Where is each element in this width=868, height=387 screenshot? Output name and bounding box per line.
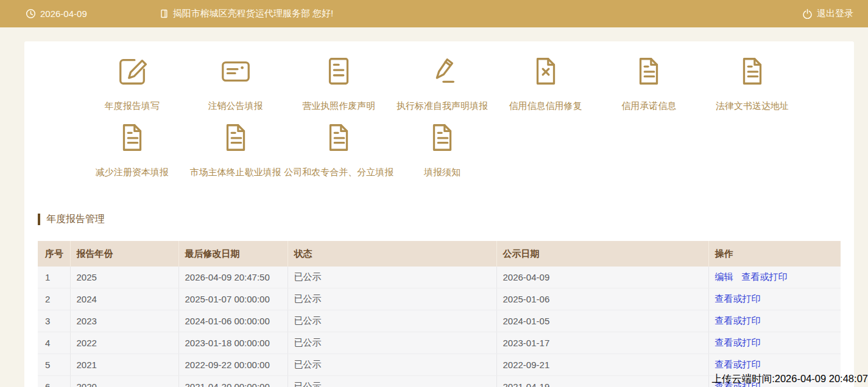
cell-seq: 2: [38, 288, 70, 310]
col-header-published: 公示日期: [496, 241, 708, 267]
organization-icon: [159, 9, 169, 19]
logout-label: 退出登录: [817, 8, 853, 19]
shortcut-license-void-declaration[interactable]: 营业执照作废声明: [287, 55, 390, 112]
cell-status: 已公示: [288, 310, 496, 332]
shortcut-credit-commitment[interactable]: 信用承诺信息: [597, 55, 700, 112]
doc-fold-lines-icon: [219, 122, 252, 153]
cell-status: 已公示: [288, 376, 496, 387]
cell-year: 2021: [70, 354, 178, 376]
upload-time-overlay: 上传云端时间:2026-04-09 20:48:07: [711, 372, 868, 386]
topbar: 2026-04-09 揭阳市榕城区亮程货运代理服务部 您好! 退出登录: [0, 0, 868, 27]
cell-published: 2021-04-19: [496, 376, 708, 387]
section-title-annual-report: 年度报告管理: [38, 213, 854, 226]
shortcut-legal-document-address[interactable]: 法律文书送达地址: [700, 55, 804, 112]
table-row: 4 2022 2023-01-18 00:00:00 已公示 2023-01-1…: [38, 332, 841, 354]
cell-published: 2023-01-17: [496, 332, 708, 354]
cell-modified: 2024-01-06 00:00:00: [178, 310, 288, 332]
power-icon: [802, 9, 813, 19]
doc-fold-lines-icon: [322, 122, 355, 153]
shortcut-business-suspension[interactable]: 市场主体终止歇业填报: [184, 122, 288, 178]
table-row: 1 2025 2026-04-09 20:47:50 已公示 2026-04-0…: [38, 267, 841, 288]
logout-button[interactable]: 退出登录: [802, 8, 853, 19]
cell-seq: 5: [38, 354, 70, 376]
cell-modified: 2022-09-22 00:00:00: [178, 354, 288, 376]
table-row: 2 2024 2025-01-07 00:00:00 已公示 2025-01-0…: [38, 288, 841, 310]
cell-operation: 查看或打印: [708, 310, 841, 332]
cell-published: 2026-04-09: [496, 267, 708, 288]
view-print-link[interactable]: 查看或打印: [715, 337, 761, 347]
page-title: 年度报告管理: [46, 213, 105, 226]
doc-fold-lines-icon: [632, 55, 665, 87]
main-card: 年度报告填写 注销公告填报 营业: [24, 41, 854, 387]
cell-year: 2023: [70, 310, 178, 332]
cell-published: 2022-09-21: [496, 354, 708, 376]
doc-fold-lines-icon: [426, 122, 459, 153]
cell-year: 2024: [70, 288, 178, 310]
shortcut-merger-division[interactable]: 公司和农专合并、分立填报: [287, 122, 390, 178]
cell-status: 已公示: [288, 354, 496, 376]
title-accent-bar: [38, 214, 40, 225]
cell-published: 2025-01-06: [496, 288, 708, 310]
shortcut-label: 市场主体终止歇业填报: [190, 166, 281, 178]
shortcut-credit-repair[interactable]: 信用信息信用修复: [494, 55, 598, 112]
cell-operation: 查看或打印: [708, 332, 841, 354]
shortcut-row-1: 年度报告填写 注销公告填报 营业: [24, 41, 854, 112]
doc-x-icon: [529, 55, 562, 87]
view-print-link[interactable]: 查看或打印: [715, 293, 761, 304]
greeting-text: 揭阳市榕城区亮程货运代理服务部 您好!: [173, 8, 333, 19]
cell-operation: 编辑查看或打印: [708, 267, 841, 288]
shortcut-annual-report-fill[interactable]: 年度报告填写: [80, 55, 184, 112]
table-header-row: 序号 报告年份 最后修改日期 状态 公示日期 操作: [38, 241, 841, 267]
col-header-status: 状态: [288, 241, 496, 267]
shortcut-filing-instructions[interactable]: 填报须知: [390, 122, 494, 178]
cell-year: 2020: [70, 376, 178, 387]
shortcut-label: 年度报告填写: [105, 100, 160, 112]
cell-status: 已公示: [288, 332, 496, 354]
col-header-operation: 操作: [708, 241, 841, 267]
shortcut-label: 信用承诺信息: [621, 100, 676, 112]
cell-year: 2022: [70, 332, 178, 354]
cell-seq: 3: [38, 310, 70, 332]
cell-seq: 6: [38, 376, 70, 387]
pencil-line-icon: [426, 55, 459, 87]
cell-published: 2024-01-05: [496, 310, 708, 332]
cell-modified: 2023-01-18 00:00:00: [178, 332, 288, 354]
shortcut-label: 营业执照作废声明: [302, 100, 375, 112]
view-print-link[interactable]: 查看或打印: [715, 359, 761, 369]
shortcut-label: 法律文书送达地址: [716, 100, 789, 112]
col-header-seq: 序号: [38, 241, 70, 267]
doc-fold-lines-icon: [116, 122, 149, 153]
shortcut-label: 执行标准自我声明填报: [397, 100, 488, 112]
annual-report-table: 序号 报告年份 最后修改日期 状态 公示日期 操作 1 2025 2026-04…: [38, 241, 841, 387]
cell-seq: 4: [38, 332, 70, 354]
view-print-link[interactable]: 查看或打印: [742, 271, 788, 282]
topbar-date: 2026-04-09: [26, 9, 87, 19]
card-lines-icon: [219, 55, 252, 87]
cell-modified: 2025-01-07 00:00:00: [178, 288, 288, 310]
cell-status: 已公示: [288, 288, 496, 310]
cell-year: 2025: [70, 267, 178, 288]
cell-modified: 2026-04-09 20:47:50: [178, 267, 288, 288]
shortcut-label: 信用信息信用修复: [509, 100, 582, 112]
cell-seq: 1: [38, 267, 70, 288]
col-header-modified: 最后修改日期: [178, 241, 288, 267]
shortcut-cancellation-notice[interactable]: 注销公告填报: [184, 55, 288, 112]
shortcut-standard-self-declaration[interactable]: 执行标准自我声明填报: [390, 55, 494, 112]
shortcut-capital-reduction[interactable]: 减少注册资本填报: [80, 122, 184, 178]
edit-square-icon: [116, 55, 149, 87]
current-date: 2026-04-09: [40, 9, 87, 19]
view-print-link[interactable]: 查看或打印: [715, 315, 761, 326]
shortcut-label: 公司和农专合并、分立填报: [284, 166, 393, 178]
doc-lines-icon: [322, 55, 355, 87]
cell-modified: 2021-04-20 00:00:00: [178, 376, 288, 387]
edit-link[interactable]: 编辑: [715, 271, 733, 282]
topbar-greeting: 揭阳市榕城区亮程货运代理服务部 您好!: [159, 8, 333, 19]
shortcut-row-2: 减少注册资本填报 市场主体终止歇业填报: [24, 122, 854, 178]
col-header-year: 报告年份: [70, 241, 178, 267]
shortcut-label: 注销公告填报: [208, 100, 263, 112]
shortcut-label: 减少注册资本填报: [96, 166, 169, 178]
clock-icon: [26, 9, 36, 19]
cell-status: 已公示: [288, 267, 496, 288]
table-row: 3 2023 2024-01-06 00:00:00 已公示 2024-01-0…: [38, 310, 841, 332]
cell-operation: 查看或打印: [708, 288, 841, 310]
